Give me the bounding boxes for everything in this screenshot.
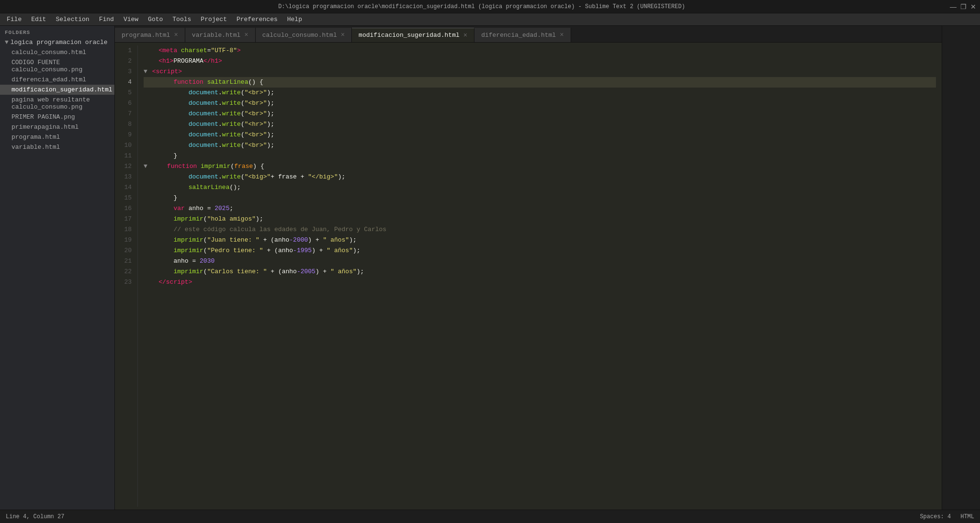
menu-item-preferences[interactable]: Preferences [233,15,282,24]
tab-close-icon[interactable]: × [560,31,563,39]
folder-arrow-icon: ▼ [5,39,9,46]
line-number: 18 [119,224,132,235]
tab-label: calculo_consumo.html [262,32,337,39]
code-line: document.write("<br>"); [144,88,936,98]
sidebar-file[interactable]: primerapagina.html [0,122,114,132]
minimap-canvas [942,26,980,217]
tab[interactable]: programa.html× [115,28,185,42]
tab[interactable]: modificacion_sugeridad.html× [352,28,474,42]
line-number: 14 [119,182,132,193]
code-line: ▼ <script> [144,67,936,77]
line-numbers: 1234567891011121314151617181920212223 [115,45,138,507]
tab-close-icon[interactable]: × [463,32,467,39]
main-layout: FOLDERS ▼ logica programacion oracle cal… [0,26,980,510]
tab-label: diferencia_edad.html [481,32,556,39]
title-bar: D:\logica programacion oracle\modificaci… [0,0,980,13]
code-line: function saltarLinea() { [144,77,936,88]
sidebar-file[interactable]: modificacion_sugeridad.html [0,85,114,95]
minimize-button[interactable]: — [950,3,957,11]
sidebar-file[interactable]: diferencia_edad.html [0,75,114,85]
menu-item-goto[interactable]: Goto [144,15,167,24]
code-line: imprimir("Carlos tiene: " + (anho-2005) … [144,267,936,277]
sidebar: FOLDERS ▼ logica programacion oracle cal… [0,26,115,510]
line-number: 21 [119,256,132,267]
menu-item-help[interactable]: Help [283,15,306,24]
line-number: 7 [119,109,132,119]
tab-close-icon[interactable]: × [341,31,345,39]
maximize-button[interactable]: ❐ [960,3,967,11]
line-number: 9 [119,130,132,140]
menu-item-file[interactable]: File [3,15,25,24]
code-line: } [144,151,936,161]
code-line: ▼ function imprimir(frase) { [144,161,936,172]
line-number: 13 [119,172,132,182]
menu-item-edit[interactable]: Edit [27,15,50,24]
code-line: var anho = 2025; [144,203,936,214]
menu-item-selection[interactable]: Selection [52,15,93,24]
line-number: 12 [119,161,132,172]
line-number: 6 [119,98,132,109]
sidebar-folder[interactable]: ▼ logica programacion oracle [0,37,114,47]
code-line: // este código calcula las edades de Jua… [144,224,936,235]
tab[interactable]: variable.html× [185,28,256,42]
minimap [942,26,980,510]
tab-label: programa.html [122,32,170,39]
status-bar: Line 4, Column 27 Spaces: 4 HTML [0,510,980,523]
sidebar-file[interactable]: PRIMER PAGINA.png [0,112,114,122]
code-line: saltarLinea(); [144,182,936,193]
line-number: 19 [119,235,132,245]
code-content[interactable]: <meta charset="UTF-8"> <h1>PROGRAMA</h1>… [138,45,942,507]
folder-name: logica programacion oracle [11,39,108,46]
tab[interactable]: calculo_consumo.html× [256,28,352,42]
tab-close-icon[interactable]: × [244,31,248,39]
line-number: 15 [119,193,132,203]
menu-bar: FileEditSelectionFindViewGotoToolsProjec… [0,13,980,26]
tab-label: variable.html [192,32,240,39]
line-number: 11 [119,151,132,161]
line-number: 3 [119,67,132,77]
line-number: 1 [119,45,132,56]
title-text: D:\logica programacion oracle\modificaci… [13,3,950,10]
editor-area: programa.html×variable.html×calculo_cons… [115,26,942,510]
close-button[interactable]: ✕ [970,3,976,11]
line-number: 23 [119,277,132,288]
code-line: imprimir("Juan tiene: " + (anho-2000) + … [144,235,936,245]
code-line: document.write("<big>"+ frase + "</big>"… [144,172,936,182]
tabs: programa.html×variable.html×calculo_cons… [115,26,942,43]
code-line: document.write("<br>"); [144,140,936,151]
sidebar-file[interactable]: calculo_consumo.html [0,47,114,57]
tab-close-icon[interactable]: × [174,31,178,39]
sidebar-file[interactable]: variable.html [0,142,114,152]
sidebar-file[interactable]: pagina web resultante calculo_consumo.pn… [0,95,114,112]
code-line: document.write("<br>"); [144,98,936,109]
window-controls: — ❐ ✕ [950,3,976,11]
menu-item-view[interactable]: View [120,15,142,24]
line-number: 8 [119,119,132,130]
code-line: document.write("<br>"); [144,109,936,119]
sidebar-file[interactable]: programa.html [0,132,114,142]
status-spaces: Spaces: 4 [920,513,951,520]
sidebar-files: calculo_consumo.htmlCODIGO FUENTE calcul… [0,47,114,152]
menu-item-tools[interactable]: Tools [169,15,195,24]
code-line: <meta charset="UTF-8"> [144,45,936,56]
line-number: 2 [119,56,132,67]
line-number: 10 [119,140,132,151]
tab[interactable]: diferencia_edad.html× [474,28,571,42]
code-line: document.write("<hr>"); [144,119,936,130]
menu-item-project[interactable]: Project [197,15,231,24]
code-line: } [144,193,936,203]
code-line: imprimir("Pedro tiene: " + (anho-1995) +… [144,245,936,256]
code-line: </script> [144,277,936,288]
code-line: document.write("<br>"); [144,130,936,140]
menu-item-find[interactable]: Find [95,15,118,24]
line-number: 17 [119,214,132,224]
tab-label: modificacion_sugeridad.html [359,32,460,39]
line-number: 16 [119,203,132,214]
sidebar-title: FOLDERS [0,26,114,37]
code-line: anho = 2030 [144,256,936,267]
sidebar-file[interactable]: CODIGO FUENTE calculo_consumo.png [0,57,114,75]
status-syntax: HTML [960,513,974,520]
code-editor[interactable]: 1234567891011121314151617181920212223 <m… [115,43,942,510]
line-number: 5 [119,88,132,98]
line-number: 4 [119,77,132,88]
